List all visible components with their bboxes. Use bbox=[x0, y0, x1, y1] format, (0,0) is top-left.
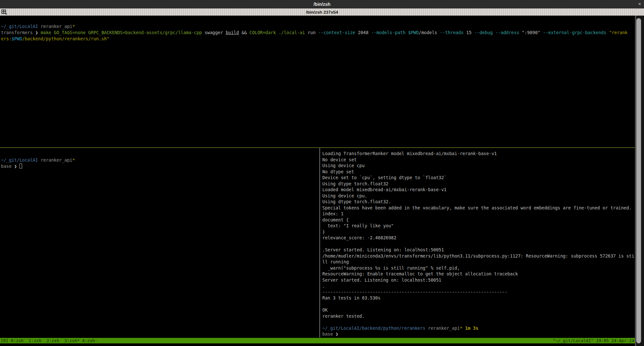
terminal-content: ~/_git/LocalAI reranker_api*transformers… bbox=[0, 16, 635, 346]
terminal-line: _warn("subprocess %s is still running" %… bbox=[322, 265, 635, 271]
terminal-line: ~/_git/LocalAI reranker_api* bbox=[1, 157, 319, 163]
pane-bottom-right[interactable]: Loading TransformerRanker model mixedbre… bbox=[320, 148, 635, 338]
terminal-line: ResourceWarning: Enable tracemalloc to g… bbox=[322, 271, 635, 277]
terminal-line bbox=[322, 241, 635, 247]
terminal-line: Loading TransformerRanker model mixedbre… bbox=[322, 151, 635, 157]
terminal-line: document { bbox=[322, 217, 635, 223]
terminal-line: /home/mudler/miniconda3/envs/transformer… bbox=[322, 253, 635, 259]
terminal-line: . bbox=[322, 283, 635, 289]
pane-divider-vertical[interactable] bbox=[319, 148, 320, 338]
terminal-line: ~/_git/LocalAI reranker_api* bbox=[1, 23, 635, 30]
terminal-line: Server started. Listening on: localhost:… bbox=[322, 277, 635, 283]
tmux-window-list[interactable]: [0] 0:zsh 1:zsh 2:zsh 3:zsh* 4:zsh- bbox=[1, 338, 97, 343]
scrollbar-thumb[interactable] bbox=[636, 18, 641, 343]
terminal-line: Device set to `cpu`, setting dtype to `f… bbox=[322, 175, 635, 181]
tmux-status-bar: [0] 0:zsh 1:zsh 2:zsh 3:zsh* 4:zsh- "~/_… bbox=[0, 338, 635, 343]
terminal-line: } bbox=[322, 229, 635, 235]
geometry-bar: /bin/zsh 237x54 bbox=[0, 8, 644, 16]
terminal-line: Ran 3 tests in 63.530s bbox=[322, 295, 635, 301]
terminal-line: ~/_git/LocalAI/backend/python/rerankers … bbox=[322, 325, 635, 331]
terminal-line: base ❯ bbox=[1, 163, 319, 169]
terminal-line: ll running bbox=[322, 259, 635, 265]
terminal-line: .Server started. Listening on: localhost… bbox=[322, 247, 635, 253]
pane-top[interactable]: ~/_git/LocalAI reranker_api*transformers… bbox=[0, 16, 635, 147]
terminal-line bbox=[322, 301, 635, 307]
terminal-line: Special tokens have been added in the vo… bbox=[322, 205, 635, 211]
terminal-line: base ❯ bbox=[322, 331, 635, 337]
terminal-line: Loaded model mixedbread-ai/mxbai-rerank-… bbox=[322, 187, 635, 193]
terminal-line: Using dtype torch.float32. bbox=[322, 199, 635, 205]
tmux-status-right: "~/_git/LocalAI" 19:05 24-Apr-24 bbox=[553, 338, 634, 343]
window-title: /bin/zsh bbox=[314, 2, 330, 7]
terminal-line: reranker tested. bbox=[322, 313, 635, 319]
scrollbar[interactable] bbox=[635, 16, 644, 346]
pane-bottom-left[interactable]: ~/_git/LocalAI reranker_api*base ❯ bbox=[0, 148, 319, 338]
window-titlebar: /bin/zsh × bbox=[0, 0, 644, 8]
terminal-line: transformers ❯ make GO_TAGS=none GRPC_BA… bbox=[1, 30, 635, 36]
terminal-line: index: 1 bbox=[322, 211, 635, 217]
window-menu-icon[interactable] bbox=[1, 9, 7, 16]
terminal-line: relevance_score: -2.46826982 bbox=[322, 235, 635, 241]
geometry-label: /bin/zsh 237x54 bbox=[306, 10, 338, 15]
terminal-cursor bbox=[20, 164, 22, 168]
terminal-line: No dtype set bbox=[322, 169, 635, 175]
close-icon[interactable]: × bbox=[638, 1, 641, 7]
terminal-line: ers:$PWD/backend/python/rerankers/run.sh… bbox=[1, 36, 635, 42]
terminal-line: Using device cpu. bbox=[322, 193, 635, 199]
terminal-line: OK bbox=[322, 307, 635, 313]
terminal-line bbox=[322, 319, 635, 325]
terminal-line: Using dtype torch.float32 bbox=[322, 181, 635, 187]
terminal-line: ----------------------------------------… bbox=[322, 289, 635, 295]
terminal-line: text: "I really like you" bbox=[322, 223, 635, 229]
terminal-window: /bin/zsh × /bin/zsh 237x54 ~/_git/LocalA… bbox=[0, 0, 644, 346]
terminal-line: Using device cpu bbox=[322, 163, 635, 169]
terminal-line: No device set bbox=[322, 157, 635, 163]
